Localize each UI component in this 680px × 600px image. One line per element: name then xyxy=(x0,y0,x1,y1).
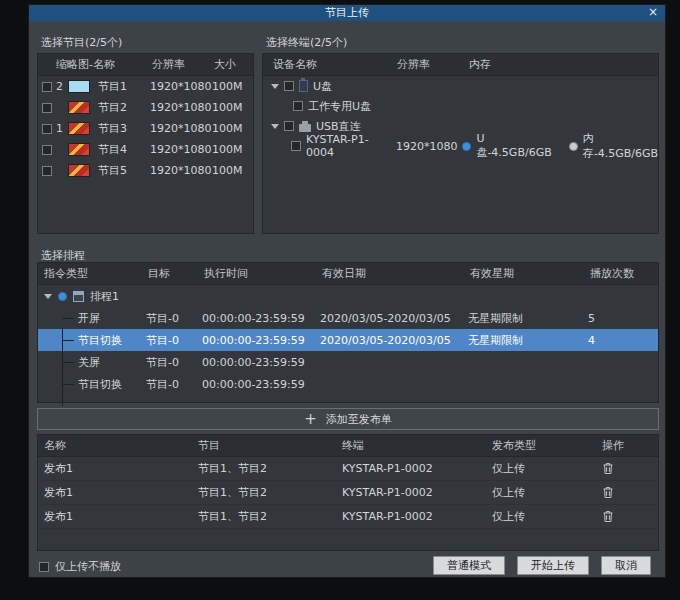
upload-only-checkbox-row[interactable]: 仅上传不播放 xyxy=(39,559,121,574)
dialog-titlebar[interactable]: 节目上传 × xyxy=(29,5,665,21)
publish-name: 发布1 xyxy=(38,509,192,524)
program-checkbox[interactable] xyxy=(42,103,52,113)
terminal-group-label: USB直连 xyxy=(316,119,361,134)
program-thumbnail xyxy=(68,164,90,177)
program-row[interactable]: 节目5 1920*1080 100M xyxy=(38,160,253,181)
publish-row[interactable]: 发布1 节目1、节目2 KYSTAR-P1-0002 仅上传 xyxy=(38,505,658,529)
command-date: 2020/03/05-2020/03/05 xyxy=(316,312,464,325)
upload-only-checkbox[interactable] xyxy=(39,562,49,572)
program-row[interactable]: 节目4 1920*1080 100M xyxy=(38,139,253,160)
command-date: 2020/03/05-2020/03/05 xyxy=(316,334,464,347)
radio-unselected-icon xyxy=(569,142,578,151)
schedule-row[interactable]: 关屏 节目-0 00:00:00-23:59:59 xyxy=(38,351,658,373)
column-header: 有效日期 xyxy=(316,266,464,281)
program-row[interactable]: 节目2 1920*1080 100M xyxy=(38,97,253,118)
expand-arrow-icon[interactable] xyxy=(271,84,279,89)
tree-connector xyxy=(62,340,74,341)
terminals-table-header: 设备名称 分辨率 内存 xyxy=(263,54,658,76)
terminal-checkbox[interactable] xyxy=(293,101,303,111)
publish-terminal: KYSTAR-P1-0002 xyxy=(336,486,486,499)
usb-drive-icon xyxy=(299,80,308,92)
program-checkbox[interactable] xyxy=(42,82,52,92)
terminals-panel: 设备名称 分辨率 内存 U盘 工作专用U盘 USB直连 KYSTAR-P1-00… xyxy=(262,53,659,234)
schedule-radio-icon[interactable] xyxy=(58,292,67,301)
close-icon[interactable]: × xyxy=(648,5,658,20)
program-name: 节目1 xyxy=(94,79,148,94)
command-type: 节目切换 xyxy=(38,333,142,348)
column-header: 执行时间 xyxy=(198,266,316,281)
expand-arrow-icon[interactable] xyxy=(271,124,279,129)
radio-selected-icon xyxy=(462,142,471,151)
terminal-row[interactable]: 工作专用U盘 xyxy=(263,96,658,116)
terminal-group-label: U盘 xyxy=(313,79,332,94)
cancel-button[interactable]: 取消 xyxy=(601,556,651,575)
program-thumbnail xyxy=(68,122,90,135)
schedule-row[interactable]: 节目切换 节目-0 00:00:00-23:59:59 xyxy=(38,373,658,395)
upload-dialog: 节目上传 × 选择节目(2/5个) 选择终端(2/5个) 选择排程 缩略图-名称… xyxy=(28,4,666,578)
column-header: 内存 xyxy=(463,57,658,72)
terminal-checkbox[interactable] xyxy=(291,141,301,151)
column-header: 节目 xyxy=(192,438,336,453)
column-header: 终端 xyxy=(336,438,486,453)
schedule-row[interactable]: 开屏 节目-0 00:00:00-23:59:59 2020/03/05-202… xyxy=(38,307,658,329)
device-name: KYSTAR-P1-0004 xyxy=(306,133,391,159)
programs-table-header: 缩略图-名称 分辨率 大小 xyxy=(38,54,253,76)
program-resolution: 1920*1080 xyxy=(148,80,210,93)
column-header: 目标 xyxy=(142,266,198,281)
command-count: 5 xyxy=(584,312,660,325)
command-count: 4 xyxy=(584,334,660,347)
add-to-publish-button[interactable]: + 添加至发布单 xyxy=(37,408,659,430)
command-week: 无星期限制 xyxy=(464,311,584,326)
program-thumbnail xyxy=(68,80,90,93)
program-checkbox[interactable] xyxy=(42,166,52,176)
publish-terminal: KYSTAR-P1-0002 xyxy=(336,462,486,475)
trash-icon xyxy=(602,510,614,523)
program-name: 节目2 xyxy=(94,100,148,115)
programs-section-title: 选择节目(2/5个) xyxy=(41,35,122,50)
mode-button[interactable]: 普通模式 xyxy=(433,556,505,575)
terminals-section-title: 选择终端(2/5个) xyxy=(266,35,347,50)
schedule-group-row[interactable]: 排程1 xyxy=(38,285,658,307)
program-resolution: 1920*1080 xyxy=(148,122,210,135)
terminal-device-row[interactable]: KYSTAR-P1-0004 1920*1080 U盘-4.5GB/6GB 内存… xyxy=(263,136,658,156)
command-time: 00:00:00-23:59:59 xyxy=(198,356,316,369)
start-upload-button[interactable]: 开始上传 xyxy=(517,556,589,575)
column-header: 分辨率 xyxy=(150,57,212,72)
delete-button[interactable] xyxy=(596,510,658,523)
publish-row[interactable]: 发布1 节目1、节目2 KYSTAR-P1-0002 仅上传 xyxy=(38,481,658,505)
storage-option-udisk[interactable]: U盘-4.5GB/6GB xyxy=(462,132,551,160)
program-checkbox[interactable] xyxy=(42,124,52,134)
storage-option-memory[interactable]: 内存-4.5GB/6GB xyxy=(569,131,658,161)
publish-name: 发布1 xyxy=(38,461,192,476)
delete-button[interactable] xyxy=(596,486,658,499)
publish-terminal: KYSTAR-P1-0002 xyxy=(336,510,486,523)
delete-button[interactable] xyxy=(596,462,658,475)
schedule-row-selected[interactable]: 节目切换 节目-0 00:00:00-23:59:59 2020/03/05-2… xyxy=(38,329,658,351)
device-resolution: 1920*1080 xyxy=(396,140,458,153)
program-size: 100M xyxy=(210,164,253,177)
program-name: 节目4 xyxy=(94,142,148,157)
program-row[interactable]: 1 节目3 1920*1080 100M xyxy=(38,118,253,139)
publish-programs: 节目1、节目2 xyxy=(192,461,336,476)
programs-panel: 缩略图-名称 分辨率 大小 2 节目1 1920*1080 100M 节目2 1… xyxy=(37,53,254,234)
trash-icon xyxy=(602,486,614,499)
command-time: 00:00:00-23:59:59 xyxy=(198,334,316,347)
terminal-group-row[interactable]: U盘 xyxy=(263,76,658,96)
program-size: 100M xyxy=(210,122,253,135)
terminal-checkbox[interactable] xyxy=(284,121,294,131)
publish-row[interactable]: 发布1 节目1、节目2 KYSTAR-P1-0002 仅上传 xyxy=(38,457,658,481)
schedule-table-header: 指令类型 目标 执行时间 有效日期 有效星期 播放次数 xyxy=(38,263,658,285)
program-size: 100M xyxy=(210,143,253,156)
selection-order: 2 xyxy=(56,80,68,93)
program-row[interactable]: 2 节目1 1920*1080 100M xyxy=(38,76,253,97)
command-type: 开屏 xyxy=(38,311,142,326)
command-time: 00:00:00-23:59:59 xyxy=(198,378,316,391)
column-header: 分辨率 xyxy=(397,57,463,72)
terminal-checkbox[interactable] xyxy=(284,81,294,91)
column-header: 播放次数 xyxy=(584,266,660,281)
program-name: 节目3 xyxy=(94,121,148,136)
schedule-group-label: 排程1 xyxy=(90,289,119,304)
publish-programs: 节目1、节目2 xyxy=(192,485,336,500)
program-checkbox[interactable] xyxy=(42,145,52,155)
expand-arrow-icon[interactable] xyxy=(44,294,52,299)
